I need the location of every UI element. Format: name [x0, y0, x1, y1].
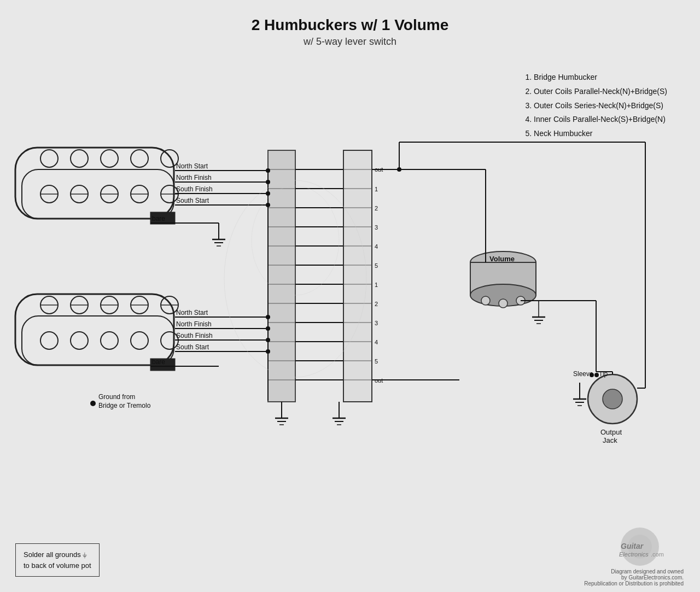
svg-point-3: [71, 150, 88, 167]
main-title: 2 Humbuckers w/ 1 Volume: [0, 16, 700, 34]
svg-text:4: 4: [375, 243, 378, 250]
main-container: 2 Humbuckers w/ 1 Volume w/ 5-way lever …: [0, 0, 700, 592]
svg-text:5: 5: [375, 262, 378, 269]
svg-text:Jack: Jack: [603, 436, 617, 444]
note-line2: to back of volume pot: [24, 561, 91, 570]
ground-symbol: ⏚: [83, 550, 87, 559]
svg-text:North Start: North Start: [176, 309, 208, 316]
svg-point-150: [603, 389, 622, 409]
svg-text:5: 5: [375, 358, 378, 365]
svg-text:2: 2: [375, 301, 378, 307]
svg-point-138: [499, 299, 508, 308]
svg-rect-88: [268, 150, 295, 402]
svg-point-62: [90, 401, 96, 406]
svg-text:North Finish: North Finish: [176, 320, 212, 328]
sub-title: w/ 5-way lever switch: [0, 36, 700, 48]
svg-text:1: 1: [375, 282, 378, 288]
svg-point-2: [40, 150, 58, 167]
svg-point-46: [101, 332, 118, 349]
svg-point-5: [131, 150, 148, 167]
svg-point-152: [590, 373, 594, 377]
svg-text:North Finish: North Finish: [176, 174, 212, 181]
svg-text:North Start: North Start: [176, 162, 208, 170]
svg-text:Electronics: Electronics: [619, 551, 649, 558]
svg-text:Guitar: Guitar: [621, 542, 644, 550]
svg-text:Output: Output: [600, 428, 622, 436]
svg-text:3: 3: [375, 320, 378, 326]
svg-text:Bridge or Tremolo: Bridge or Tremolo: [98, 402, 151, 409]
logo-sub2: by GuitarElectronics.com.: [530, 575, 684, 581]
svg-text:South Finish: South Finish: [176, 185, 213, 193]
svg-text:South Start: South Start: [176, 197, 209, 204]
logo-sub1: Diagram designed and owned: [530, 568, 684, 575]
svg-point-154: [594, 373, 599, 377]
svg-point-4: [101, 150, 118, 167]
svg-text:bare: bare: [152, 215, 165, 222]
note-line1: Solder all grounds: [24, 550, 81, 559]
svg-text:South Finish: South Finish: [176, 332, 213, 339]
svg-text:bare: bare: [152, 358, 165, 366]
svg-text:South Start: South Start: [176, 343, 209, 351]
svg-point-137: [481, 296, 490, 305]
svg-text:4: 4: [375, 339, 378, 345]
svg-point-44: [40, 332, 58, 349]
svg-text:.com: .com: [651, 551, 664, 558]
svg-point-47: [131, 332, 148, 349]
svg-text:1: 1: [375, 186, 378, 192]
svg-text:3: 3: [375, 224, 378, 231]
svg-rect-33: [22, 316, 174, 365]
svg-rect-32: [15, 294, 174, 365]
svg-text:Ground from: Ground from: [98, 393, 135, 401]
title-area: 2 Humbuckers w/ 1 Volume w/ 5-way lever …: [0, 0, 700, 48]
note-box: Solder all grounds ⏚ to back of volume p…: [15, 543, 100, 577]
svg-rect-63: [343, 150, 372, 402]
logo-sub3: Republication or Distribution is prohibi…: [530, 581, 684, 587]
svg-point-45: [71, 332, 88, 349]
svg-text:Volume: Volume: [489, 255, 515, 263]
svg-text:2: 2: [375, 205, 378, 212]
svg-rect-0: [15, 148, 174, 219]
wiring-diagram: North Start North Finish South Finish So…: [0, 49, 700, 541]
logo-area: Guitar Electronics .com Diagram designed…: [530, 525, 684, 587]
